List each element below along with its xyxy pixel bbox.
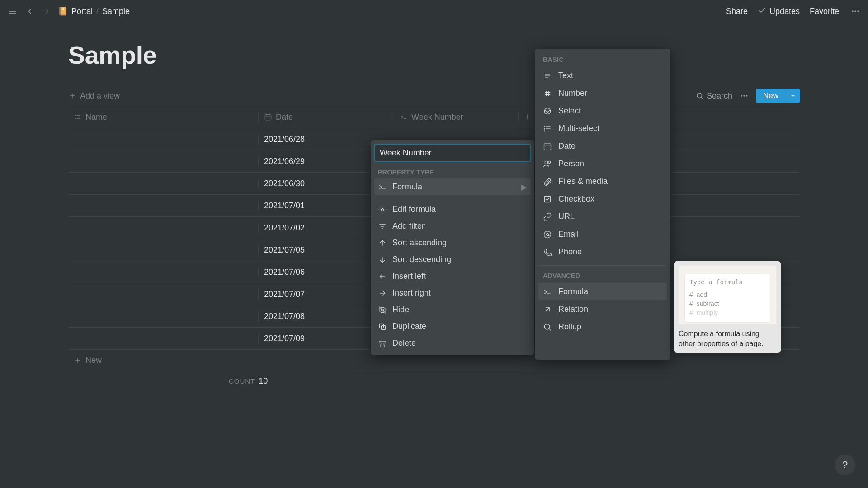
- new-button[interactable]: New: [756, 89, 800, 103]
- svg-point-4: [854, 10, 856, 12]
- add-view-label: Add a view: [80, 91, 120, 101]
- search-label: Search: [707, 91, 732, 101]
- svg-rect-13: [265, 115, 271, 120]
- formula-tooltip: Type a formula #add #subtract #multiply …: [674, 261, 781, 353]
- tooltip-preview-title: Type a formula: [689, 278, 765, 286]
- more-icon[interactable]: [849, 5, 862, 18]
- svg-point-48: [544, 131, 545, 131]
- back-icon[interactable]: [24, 5, 36, 18]
- new-row-label: New: [85, 356, 102, 365]
- insert-left-item[interactable]: Insert left: [374, 268, 531, 285]
- updates-button[interactable]: Updates: [769, 7, 800, 16]
- type-checkbox[interactable]: Checkbox: [538, 190, 667, 208]
- advanced-section: ADVANCED: [538, 270, 667, 283]
- add-column-button[interactable]: [518, 113, 536, 121]
- column-menu: PROPERTY TYPE Formula ▶ Edit formula Add…: [371, 140, 534, 355]
- page-title[interactable]: Sample: [68, 41, 800, 70]
- sort-descending-item[interactable]: Sort descending: [374, 251, 531, 268]
- count-row: COUNT 10: [68, 371, 800, 390]
- insert-right-item[interactable]: Insert right: [374, 285, 531, 301]
- help-button[interactable]: ?: [835, 455, 855, 475]
- view-more-icon[interactable]: [740, 91, 749, 100]
- column-name[interactable]: Name: [68, 113, 258, 122]
- chevron-right-icon: ▶: [521, 182, 527, 192]
- svg-line-58: [549, 328, 551, 330]
- column-name-label: Name: [85, 113, 107, 122]
- type-email[interactable]: Email: [538, 225, 667, 243]
- delete-item[interactable]: Delete: [374, 335, 531, 352]
- type-phone[interactable]: Phone: [538, 243, 667, 261]
- type-formula[interactable]: Formula: [538, 283, 667, 300]
- share-button[interactable]: Share: [726, 7, 748, 16]
- svg-rect-49: [544, 144, 551, 150]
- svg-point-10: [741, 95, 742, 96]
- type-select[interactable]: Select: [538, 102, 667, 120]
- type-text[interactable]: Text: [538, 67, 667, 84]
- breadcrumb-parent[interactable]: Portal: [71, 7, 93, 16]
- column-date-label: Date: [276, 113, 293, 122]
- new-button-label: New: [756, 89, 786, 103]
- favorite-button[interactable]: Favorite: [810, 7, 839, 16]
- property-type-formula[interactable]: Formula ▶: [374, 178, 531, 195]
- svg-line-9: [701, 97, 703, 99]
- svg-point-5: [857, 10, 859, 12]
- svg-point-12: [746, 95, 747, 96]
- add-view-button[interactable]: Add a view: [68, 91, 120, 101]
- sort-ascending-item[interactable]: Sort ascending: [374, 235, 531, 251]
- hide-item[interactable]: Hide: [374, 301, 531, 318]
- add-filter-item[interactable]: Add filter: [374, 218, 531, 235]
- type-files[interactable]: Files & media: [538, 173, 667, 190]
- svg-rect-53: [544, 196, 550, 202]
- svg-point-51: [545, 161, 548, 164]
- edit-formula-item[interactable]: Edit formula: [374, 201, 531, 218]
- property-type-menu: BASIC Text Number Select Multi-select Da…: [535, 49, 670, 360]
- svg-point-11: [743, 95, 745, 96]
- column-week-label: Week Number: [411, 113, 463, 122]
- table-header-row: Name Date Week Number: [68, 106, 800, 128]
- duplicate-item[interactable]: Duplicate: [374, 318, 531, 335]
- column-name-input[interactable]: [374, 144, 531, 162]
- column-week-number[interactable]: Week Number: [394, 113, 518, 122]
- chevron-down-icon[interactable]: [786, 89, 800, 103]
- hash-icon: #: [689, 300, 693, 307]
- breadcrumb: 📔 Portal / Sample: [58, 6, 130, 16]
- breadcrumb-current[interactable]: Sample: [102, 7, 130, 16]
- svg-point-57: [544, 324, 550, 329]
- type-person[interactable]: Person: [538, 155, 667, 173]
- count-value: 10: [259, 376, 268, 386]
- type-date[interactable]: Date: [538, 137, 667, 155]
- svg-point-52: [548, 161, 551, 163]
- basic-section: BASIC: [538, 54, 667, 67]
- type-rollup[interactable]: Rollup: [538, 318, 667, 336]
- tooltip-description: Compute a formula using other properties…: [679, 329, 776, 348]
- property-type-section: PROPERTY TYPE: [374, 162, 531, 178]
- hash-icon: #: [689, 291, 693, 298]
- svg-point-21: [382, 208, 384, 211]
- svg-point-46: [544, 126, 545, 127]
- type-url[interactable]: URL: [538, 208, 667, 225]
- breadcrumb-sep: /: [96, 7, 99, 16]
- forward-icon[interactable]: [41, 5, 53, 18]
- svg-line-56: [546, 307, 549, 311]
- check-icon: [758, 6, 767, 17]
- svg-point-47: [544, 128, 545, 129]
- svg-point-55: [547, 233, 549, 235]
- count-label: COUNT: [229, 377, 255, 385]
- menu-icon[interactable]: [6, 5, 19, 18]
- type-number[interactable]: Number: [538, 84, 667, 102]
- column-date[interactable]: Date: [258, 113, 394, 122]
- svg-point-8: [697, 93, 702, 98]
- breadcrumb-icon: 📔: [58, 6, 68, 16]
- type-relation[interactable]: Relation: [538, 300, 667, 318]
- hash-icon: #: [689, 309, 693, 316]
- type-multi-select[interactable]: Multi-select: [538, 120, 667, 137]
- svg-point-3: [852, 10, 854, 12]
- svg-point-42: [544, 108, 550, 114]
- search-button[interactable]: Search: [696, 91, 732, 101]
